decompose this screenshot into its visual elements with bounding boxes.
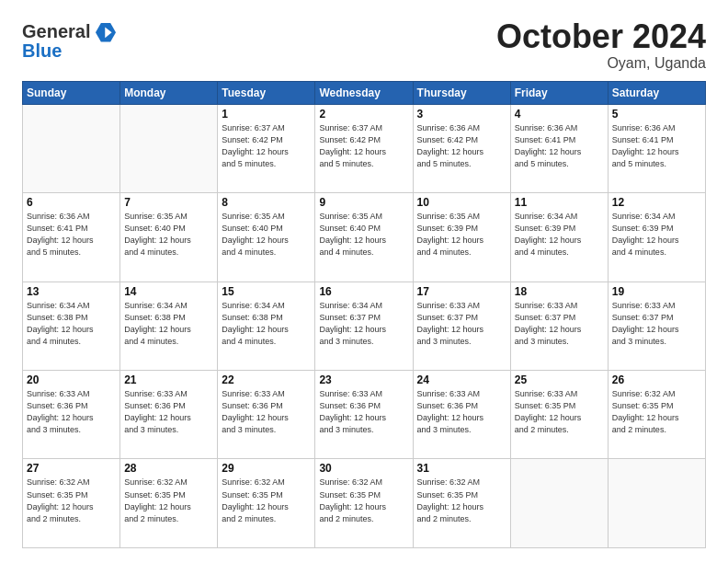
sunset-text: Sunset: 6:41 PM [27, 223, 116, 235]
daylight-text: Daylight: 12 hours [612, 146, 701, 158]
day-detail: Sunrise: 6:32 AMSunset: 6:35 PMDaylight:… [222, 477, 311, 524]
day-number: 30 [319, 462, 408, 475]
daylight-text: Daylight: 12 hours [417, 146, 506, 158]
sunrise-text: Sunrise: 6:33 AM [417, 300, 506, 312]
sunset-text: Sunset: 6:38 PM [124, 312, 213, 324]
daylight-text-cont: and 4 minutes. [319, 247, 408, 259]
day-number: 24 [417, 373, 506, 386]
sunrise-text: Sunrise: 6:32 AM [417, 477, 506, 488]
daylight-text-cont: and 2 minutes. [515, 424, 604, 436]
daylight-text: Daylight: 12 hours [515, 146, 604, 158]
day-detail: Sunrise: 6:33 AMSunset: 6:36 PMDaylight:… [417, 388, 506, 436]
day-detail: Sunrise: 6:35 AMSunset: 6:39 PMDaylight:… [417, 211, 506, 259]
sunrise-text: Sunrise: 6:32 AM [222, 477, 311, 488]
daylight-text-cont: and 4 minutes. [515, 247, 604, 259]
sunrise-text: Sunrise: 6:33 AM [222, 388, 311, 400]
table-row: 5Sunrise: 6:36 AMSunset: 6:41 PMDaylight… [608, 104, 705, 192]
month-title: October 2024 [496, 18, 706, 55]
table-row: 24Sunrise: 6:33 AMSunset: 6:36 PMDayligh… [413, 371, 510, 459]
location: Oyam, Uganda [496, 55, 706, 72]
daylight-text: Daylight: 12 hours [27, 324, 116, 336]
daylight-text: Daylight: 12 hours [27, 501, 116, 513]
day-detail: Sunrise: 6:33 AMSunset: 6:37 PMDaylight:… [515, 300, 604, 348]
table-row [510, 459, 608, 548]
week-row-1: 6Sunrise: 6:36 AMSunset: 6:41 PMDaylight… [23, 193, 706, 282]
daylight-text-cont: and 5 minutes. [222, 158, 311, 170]
daylight-text-cont: and 3 minutes. [124, 424, 213, 436]
daylight-text-cont: and 5 minutes. [27, 247, 116, 259]
daylight-text-cont: and 2 minutes. [417, 513, 506, 525]
daylight-text: Daylight: 12 hours [612, 412, 701, 424]
table-row: 21Sunrise: 6:33 AMSunset: 6:36 PMDayligh… [120, 371, 218, 459]
daylight-text-cont: and 4 minutes. [222, 336, 311, 348]
sunset-text: Sunset: 6:35 PM [417, 489, 506, 501]
sunrise-text: Sunrise: 6:36 AM [612, 122, 701, 134]
sunrise-text: Sunrise: 6:34 AM [515, 211, 604, 223]
sunrise-text: Sunrise: 6:34 AM [222, 300, 311, 312]
daylight-text: Daylight: 12 hours [222, 412, 311, 424]
day-number: 21 [124, 373, 213, 386]
sunrise-text: Sunrise: 6:32 AM [124, 477, 213, 488]
day-number: 8 [222, 196, 311, 209]
sunrise-text: Sunrise: 6:33 AM [612, 300, 701, 312]
table-row: 8Sunrise: 6:35 AMSunset: 6:40 PMDaylight… [218, 193, 315, 282]
day-number: 4 [515, 108, 604, 121]
day-number: 15 [222, 285, 311, 298]
daylight-text: Daylight: 12 hours [124, 235, 213, 247]
day-number: 19 [612, 285, 701, 298]
table-row: 11Sunrise: 6:34 AMSunset: 6:39 PMDayligh… [510, 193, 608, 282]
day-number: 23 [319, 373, 408, 386]
day-detail: Sunrise: 6:32 AMSunset: 6:35 PMDaylight:… [319, 477, 408, 524]
col-header-friday: Friday [510, 81, 608, 104]
week-row-2: 13Sunrise: 6:34 AMSunset: 6:38 PMDayligh… [23, 282, 706, 370]
col-header-wednesday: Wednesday [315, 81, 413, 104]
col-header-monday: Monday [120, 81, 218, 104]
sunset-text: Sunset: 6:35 PM [222, 489, 311, 501]
sunset-text: Sunset: 6:42 PM [319, 134, 408, 146]
sunset-text: Sunset: 6:36 PM [222, 400, 311, 412]
daylight-text-cont: and 5 minutes. [319, 158, 408, 170]
day-detail: Sunrise: 6:34 AMSunset: 6:37 PMDaylight:… [319, 300, 408, 348]
day-number: 17 [417, 285, 506, 298]
daylight-text: Daylight: 12 hours [515, 324, 604, 336]
sunset-text: Sunset: 6:36 PM [27, 400, 116, 412]
day-detail: Sunrise: 6:33 AMSunset: 6:37 PMDaylight:… [417, 300, 506, 348]
day-number: 29 [222, 462, 311, 475]
daylight-text: Daylight: 12 hours [417, 235, 506, 247]
title-block: October 2024 Oyam, Uganda [496, 18, 706, 72]
sunset-text: Sunset: 6:35 PM [124, 489, 213, 501]
table-row: 1Sunrise: 6:37 AMSunset: 6:42 PMDaylight… [218, 104, 315, 192]
daylight-text: Daylight: 12 hours [319, 324, 408, 336]
logo: General Blue [22, 22, 116, 60]
day-detail: Sunrise: 6:33 AMSunset: 6:36 PMDaylight:… [124, 388, 213, 436]
daylight-text: Daylight: 12 hours [222, 146, 311, 158]
day-detail: Sunrise: 6:34 AMSunset: 6:38 PMDaylight:… [222, 300, 311, 348]
table-row: 23Sunrise: 6:33 AMSunset: 6:36 PMDayligh… [315, 371, 413, 459]
daylight-text-cont: and 5 minutes. [515, 158, 604, 170]
day-number: 13 [27, 285, 116, 298]
day-number: 9 [319, 196, 408, 209]
table-row [120, 104, 218, 192]
table-row: 12Sunrise: 6:34 AMSunset: 6:39 PMDayligh… [608, 193, 705, 282]
day-number: 11 [515, 196, 604, 209]
sunset-text: Sunset: 6:40 PM [124, 223, 213, 235]
daylight-text: Daylight: 12 hours [417, 324, 506, 336]
sunset-text: Sunset: 6:37 PM [319, 312, 408, 324]
sunset-text: Sunset: 6:35 PM [612, 400, 701, 412]
sunrise-text: Sunrise: 6:34 AM [612, 211, 701, 223]
table-row: 28Sunrise: 6:32 AMSunset: 6:35 PMDayligh… [120, 459, 218, 548]
daylight-text-cont: and 4 minutes. [222, 247, 311, 259]
sunset-text: Sunset: 6:37 PM [417, 312, 506, 324]
table-row: 18Sunrise: 6:33 AMSunset: 6:37 PMDayligh… [510, 282, 608, 370]
daylight-text: Daylight: 12 hours [222, 501, 311, 513]
daylight-text: Daylight: 12 hours [612, 324, 701, 336]
sunset-text: Sunset: 6:38 PM [27, 312, 116, 324]
daylight-text-cont: and 2 minutes. [612, 424, 701, 436]
day-detail: Sunrise: 6:33 AMSunset: 6:37 PMDaylight:… [612, 300, 701, 348]
header: General Blue October 2024 Oyam, Uganda [22, 18, 706, 72]
page: General Blue October 2024 Oyam, Uganda S… [0, 0, 728, 563]
daylight-text-cont: and 3 minutes. [222, 424, 311, 436]
sunrise-text: Sunrise: 6:35 AM [319, 211, 408, 223]
week-row-4: 27Sunrise: 6:32 AMSunset: 6:35 PMDayligh… [23, 459, 706, 548]
day-number: 6 [27, 196, 116, 209]
